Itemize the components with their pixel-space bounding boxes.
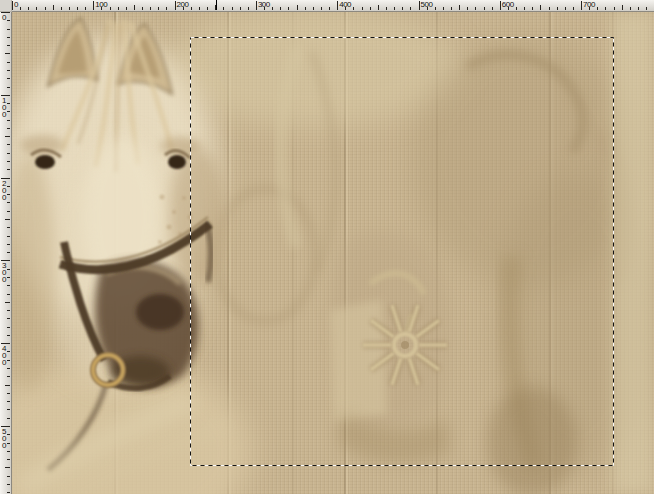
ruler-tick (7, 393, 10, 394)
ruler-tick (207, 7, 208, 10)
ruler-tick (500, 1, 501, 10)
ruler-tick (7, 376, 10, 377)
ruler-tick (321, 7, 322, 10)
ruler-tick (7, 161, 10, 162)
ruler-tick (614, 7, 615, 10)
ruler-tick (508, 7, 509, 10)
ruler-tick (622, 5, 623, 10)
ruler-label: 0 (2, 14, 6, 21)
ruler-tick (7, 451, 10, 452)
ruler-tick (288, 7, 289, 10)
ruler-tick (370, 7, 371, 10)
ruler-tick (7, 492, 10, 493)
ruler-tick (223, 7, 224, 10)
ruler-tick (199, 7, 200, 10)
ruler-tick (419, 1, 420, 10)
ruler-tick (183, 7, 184, 10)
ruler-tick (7, 29, 10, 30)
ruler-label: 5 0 0 (2, 428, 6, 449)
ruler-tick (7, 327, 10, 328)
ruler-horizontal[interactable]: 0100200300400500600700 (0, 0, 654, 12)
ruler-tick (443, 7, 444, 10)
ruler-tick (7, 401, 10, 402)
ruler-tick (142, 7, 143, 10)
ruler-tick (467, 7, 468, 10)
ruler-tick (7, 186, 10, 187)
ruler-tick (7, 360, 10, 361)
ruler-tick (272, 7, 273, 10)
ruler-tick (7, 128, 10, 129)
ruler-tick (484, 7, 485, 10)
ruler-tick (7, 294, 10, 295)
ruler-tick (36, 7, 37, 10)
ruler-tick (7, 236, 10, 237)
ruler-tick (516, 7, 517, 10)
ruler-tick (549, 7, 550, 10)
ruler-tick (557, 7, 558, 10)
ruler-tick (297, 5, 298, 10)
ruler-tick (5, 53, 10, 54)
ruler-label: 3 0 0 (2, 262, 6, 283)
ruler-tick (158, 7, 159, 10)
ruler-label: 1 0 0 (2, 97, 6, 118)
ruler-tick (7, 45, 10, 46)
ruler-tick (532, 7, 533, 10)
ruler-tick (362, 7, 363, 10)
ruler-tick (232, 7, 233, 10)
ruler-tick (5, 302, 10, 303)
ruler-corner-box (0, 0, 12, 12)
ruler-tick (7, 252, 10, 253)
ruler-tick (93, 1, 94, 10)
ruler-tick (402, 7, 403, 10)
ruler-tick (427, 7, 428, 10)
ruler-tick (7, 476, 10, 477)
ruler-tick (386, 7, 387, 10)
ruler-tick (353, 7, 354, 10)
ruler-tick (5, 219, 10, 220)
ruler-tick (53, 5, 54, 10)
ruler-tick (101, 7, 102, 10)
ruler-tick (7, 202, 10, 203)
ruler-tick (7, 20, 10, 21)
ruler-tick (61, 7, 62, 10)
ruler-tick (280, 7, 281, 10)
ruler-tick (7, 418, 10, 419)
ruler-tick (565, 7, 566, 10)
ruler-label: 4 0 0 (2, 345, 6, 366)
ruler-tick (459, 5, 460, 10)
ruler-tick (12, 1, 13, 10)
ruler-tick (45, 7, 46, 10)
ruler-tick (150, 7, 151, 10)
ruler-tick (7, 310, 10, 311)
ruler-tick (605, 7, 606, 10)
ruler-tick (175, 1, 176, 10)
ruler-tick (7, 153, 10, 154)
ruler-tick (305, 7, 306, 10)
ruler-tick (256, 1, 257, 10)
ruler-tick (5, 385, 10, 386)
ruler-tick (7, 335, 10, 336)
ruler-label: 2 0 0 (2, 180, 6, 201)
selection-ants-dark (191, 38, 614, 466)
ruler-tick (597, 7, 598, 10)
ruler-tick (7, 227, 10, 228)
ruler-vertical[interactable]: 01 0 02 0 03 0 04 0 05 0 0 (0, 12, 12, 494)
ruler-tick (7, 277, 10, 278)
ruler-tick (7, 169, 10, 170)
ruler-tick (28, 7, 29, 10)
ruler-tick (492, 7, 493, 10)
ruler-tick (475, 7, 476, 10)
selection-marquee[interactable] (190, 37, 614, 466)
ruler-tick (7, 211, 10, 212)
ruler-tick (573, 7, 574, 10)
ruler-tick (118, 7, 119, 10)
ruler-tick (540, 5, 541, 10)
ruler-tick (7, 459, 10, 460)
ruler-tick (345, 7, 346, 10)
ruler-tick (5, 136, 10, 137)
ruler-tick (126, 7, 127, 10)
ruler-tick (110, 7, 111, 10)
ruler-tick (410, 7, 411, 10)
ruler-tick (337, 1, 338, 10)
ruler-tick (7, 269, 10, 270)
